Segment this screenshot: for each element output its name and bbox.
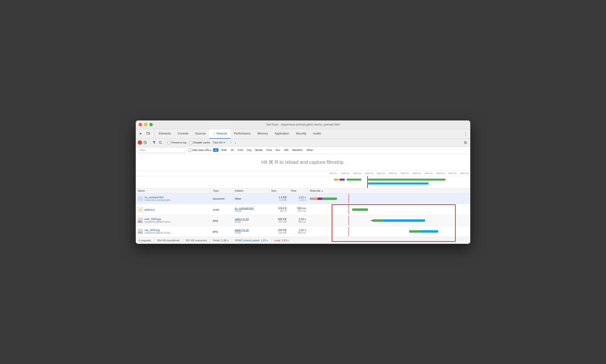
- file-url-4: yoavweiss.github.io/ima...: [145, 232, 172, 234]
- table-row[interactable]: cat_1600.jpg yoavweiss.github.io/ima... …: [136, 226, 470, 237]
- filter-xhr[interactable]: XHR: [220, 148, 228, 152]
- cursor-icon[interactable]: [138, 131, 144, 137]
- tab-security[interactable]: Security: [292, 129, 310, 139]
- wf-receive-3: [384, 219, 425, 222]
- maximize-button[interactable]: [149, 123, 153, 126]
- tab-memory[interactable]: Memory: [254, 129, 271, 139]
- tick-2500: 2500 ms: [375, 172, 387, 174]
- tab-console[interactable]: Console: [174, 129, 192, 139]
- disable-cache-checkbox[interactable]: Disable cache: [189, 141, 210, 144]
- tab-network-label: Network: [216, 132, 227, 135]
- col-initiator[interactable]: Initiator: [233, 188, 269, 193]
- tab-elements-label: Elements: [159, 132, 171, 135]
- wf-marker-v-2: [349, 205, 349, 214]
- table-row[interactable]: wolf_1600.jpg yoavweiss.github.io/ima...…: [136, 215, 470, 226]
- tabs-more-button[interactable]: ⋮: [461, 129, 470, 139]
- col-waterfall[interactable]: Waterfall ▲: [308, 188, 470, 193]
- tl-bar-green1: [347, 179, 361, 181]
- title-bar: DevTools - responsive-preload.glitch.me/…: [136, 120, 470, 129]
- tab-sources[interactable]: Sources: [192, 129, 209, 139]
- throttle-selector[interactable]: Fast 3G ▾: [213, 141, 225, 144]
- filmstrip-area: Hit ⌘ R to reload and capture filmstrip.: [136, 154, 470, 171]
- download-button[interactable]: ↓: [234, 140, 237, 145]
- tl-bar-green2: [368, 179, 446, 181]
- filter-manifest[interactable]: Manifest: [291, 148, 304, 152]
- close-button[interactable]: [139, 123, 142, 126]
- file-icon-img-wolf: [138, 218, 143, 223]
- tick-1000: 1000 ms: [339, 172, 351, 174]
- col-size[interactable]: Size: [269, 188, 289, 193]
- tab-bar-icons: [138, 129, 154, 139]
- filter-img[interactable]: Img: [246, 148, 252, 152]
- toolbar-separator-3: [227, 140, 227, 145]
- tl-marker-2000: [367, 176, 368, 188]
- cell-waterfall-3: [308, 215, 470, 226]
- network-table: Name Type Initiator Size Time Waterfall …: [136, 188, 470, 237]
- tab-elements[interactable]: Elements: [155, 129, 174, 139]
- device-toggle-icon[interactable]: [145, 131, 151, 137]
- cell-time-3: 2.40 s 738 ms: [289, 215, 308, 226]
- clear-button[interactable]: [143, 140, 147, 145]
- table-row[interactable]: JS gallery.js script no_preload.html Par…: [136, 204, 470, 215]
- file-name-3: wolf_1600.jpg: [145, 218, 172, 221]
- timeline-ticks: 500 ms 1000 ms 1500 ms 2000 ms 2500 ms 3…: [327, 172, 470, 174]
- tick-3000: 3000 ms: [387, 172, 399, 174]
- filter-input[interactable]: [138, 147, 186, 153]
- filter-bar: Hide data URLs All XHR JS CSS Img Media …: [136, 147, 470, 154]
- tab-network[interactable]: ⚠ Network: [209, 129, 231, 139]
- table-header-row: Name Type Initiator Size Time Waterfall …: [136, 188, 470, 193]
- wf-receive-1: [322, 197, 337, 200]
- timeline-header: 500 ms 1000 ms 1500 ms 2000 ms 2500 ms 3…: [136, 171, 470, 176]
- tab-performance-label: Performance: [234, 132, 251, 135]
- filter-ws[interactable]: WS: [283, 148, 290, 152]
- col-time[interactable]: Time: [289, 188, 308, 193]
- svg-point-4: [159, 141, 161, 143]
- cell-name-2: JS gallery.js: [136, 204, 211, 215]
- settings-button[interactable]: ⚙: [462, 140, 468, 145]
- tab-security-label: Security: [296, 132, 306, 135]
- minimize-button[interactable]: [144, 123, 147, 126]
- table-row[interactable]: </> no_preload.html responsive-preload.g…: [136, 193, 470, 204]
- file-url-3: yoavweiss.github.io/ima...: [145, 221, 172, 223]
- filter-all[interactable]: All: [213, 148, 218, 152]
- upload-button[interactable]: ↑: [229, 140, 233, 145]
- traffic-lights: [139, 123, 153, 126]
- svg-line-3: [145, 142, 146, 143]
- filter-doc[interactable]: Doc: [274, 148, 282, 152]
- tab-audits[interactable]: Audits: [310, 129, 324, 139]
- record-button[interactable]: [138, 140, 142, 145]
- filter-js[interactable]: JS: [229, 148, 235, 152]
- filter-font[interactable]: Font: [265, 148, 273, 152]
- search-button[interactable]: [158, 140, 163, 145]
- svg-line-5: [161, 143, 162, 144]
- status-sep-1: [154, 238, 154, 242]
- col-type[interactable]: Type: [211, 188, 233, 193]
- filter-button[interactable]: [152, 140, 157, 145]
- status-bar: 4 requests 504 KB transferred 502 KB res…: [136, 237, 470, 244]
- wf-receive-4: [420, 230, 438, 233]
- cell-type-3: jpeg: [211, 215, 233, 226]
- preserve-log-checkbox[interactable]: Preserve log: [167, 141, 186, 144]
- network-table-container: Name Type Initiator Size Time Waterfall …: [136, 188, 470, 237]
- tick-5000: 5000 ms: [435, 172, 447, 174]
- tab-performance[interactable]: Performance: [231, 129, 254, 139]
- network-warning-icon: ⚠: [212, 132, 215, 135]
- cell-waterfall-2: [308, 204, 470, 215]
- filter-css[interactable]: CSS: [236, 148, 244, 152]
- filmstrip-hint: Hit ⌘ R to reload and capture filmstrip.: [261, 159, 345, 165]
- hide-data-urls-label[interactable]: Hide data URLs: [188, 149, 211, 152]
- wf-wait-1: [314, 197, 317, 200]
- status-sep-4: [232, 238, 232, 242]
- tab-application[interactable]: Application: [271, 129, 292, 139]
- tab-console-label: Console: [178, 132, 188, 135]
- cell-name-1: </> no_preload.html responsive-preload.g…: [136, 193, 211, 204]
- col-name[interactable]: Name: [136, 188, 211, 193]
- cell-type-4: jpeg: [211, 226, 233, 237]
- file-icon-html: </>: [138, 196, 143, 201]
- filter-other[interactable]: Other: [305, 148, 314, 152]
- cell-time-2: 568 ms 567 ms: [289, 204, 308, 215]
- filter-media[interactable]: Media: [254, 148, 264, 152]
- cell-size-4: 194 KB 193 KB: [269, 226, 289, 237]
- svg-rect-0: [147, 132, 149, 134]
- tick-4000: 4000 ms: [411, 172, 422, 174]
